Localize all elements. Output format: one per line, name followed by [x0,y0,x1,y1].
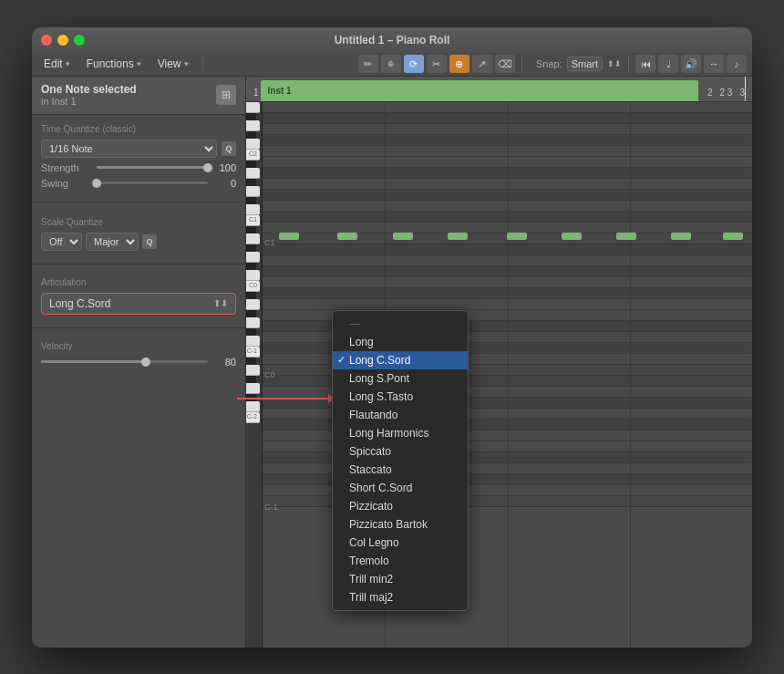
note-clip-9[interactable] [723,233,743,240]
key-cm2[interactable]: C-2 [246,412,260,423]
menu-edit[interactable]: Edit ▾ [37,56,77,72]
titlebar: Untitled 1 – Piano Roll [32,27,752,53]
key-black[interactable] [246,376,256,383]
toolbar-eraser[interactable]: ⌫ [495,55,515,73]
toolbar-connect[interactable]: ⊕ [449,55,469,73]
toolbar-loop[interactable]: ⟳ [404,55,424,73]
note-clip-7[interactable] [616,233,636,240]
articulation-select[interactable]: Long C.Sord ⬆⬇ [41,293,236,315]
key-white[interactable] [246,102,260,113]
toolbar-metronome[interactable]: ♩ [658,55,678,73]
snap-select[interactable]: Smart [567,57,603,71]
dropdown-item-staccato[interactable]: Staccato [333,461,468,479]
key-black[interactable] [246,310,256,317]
dropdown-item-trill-min2[interactable]: Trill min2 [333,570,468,588]
key-c0[interactable]: C0 [246,281,260,292]
key-black[interactable] [246,263,256,270]
dropdown-item-tremolo[interactable]: Tremolo [333,552,468,570]
toolbar-divider-1 [202,57,203,71]
key-white[interactable] [246,204,260,215]
scale-off-select[interactable]: Off [41,233,82,251]
key-black[interactable] [246,161,256,168]
menu-functions[interactable]: Functions ▾ [80,56,148,72]
menu-view[interactable]: View ▾ [151,56,195,72]
toolbar-select[interactable]: ↗ [472,55,492,73]
key-white[interactable] [246,299,260,310]
note-clip-2[interactable] [337,233,357,240]
articulation-arrow-icon: ⬆⬇ [213,298,228,308]
key-black[interactable] [246,226,256,233]
dropdown-item-long[interactable]: Long [333,333,468,351]
key-c1[interactable]: C1 [246,215,260,226]
arrow-indicator [237,394,335,403]
note-clip-4[interactable] [448,233,468,240]
key-white[interactable] [246,120,260,131]
toolbar-pencil[interactable]: ✏ [358,55,378,73]
toolbar-tuning[interactable]: ♪ [727,55,747,73]
strength-value: 100 [213,162,236,173]
key-black[interactable] [246,244,256,252]
dropdown-item-spiccato[interactable]: Spiccato [333,442,468,461]
strength-slider[interactable] [97,166,208,169]
note-clip-5[interactable] [507,233,527,240]
key-black[interactable] [246,292,256,299]
scale-major-select[interactable]: Major [86,233,139,251]
dropdown-item-flautando[interactable]: Flautando [333,406,468,424]
q-button[interactable]: Q [222,141,236,156]
ruler-header: 1 Inst 1 2 2 3 3 [246,77,752,102]
note-clip-1[interactable] [279,233,299,240]
note-info-icon[interactable]: ⊞ [216,85,236,105]
toolbar-arrow-lr[interactable]: ↔ [704,55,724,73]
toolbar-trim[interactable]: ✂ [427,55,447,73]
key-white[interactable] [246,365,260,376]
piano-roll-area: 1 Inst 1 2 2 3 3 [246,77,752,648]
key-black[interactable] [246,179,256,186]
key-white[interactable] [246,270,260,281]
dropdown-item-long-spont[interactable]: Long S.Pont [333,369,468,388]
minimize-button[interactable] [57,35,68,46]
key-white[interactable] [246,186,260,197]
key-white[interactable] [246,168,260,179]
velocity-slider[interactable] [41,360,208,363]
key-black[interactable] [246,197,256,204]
note-clip-6[interactable] [562,233,582,240]
dropdown-item-pizzicato[interactable]: Pizzicato [333,497,468,515]
key-white[interactable] [246,139,260,150]
key-white[interactable] [246,336,260,347]
key-c2[interactable]: C2 [246,150,260,161]
key-white[interactable] [246,383,260,394]
note-value-select[interactable]: 1/16 Note [41,140,217,158]
dropdown-item-long-csord[interactable]: Long C.Sord [333,351,468,369]
close-button[interactable] [41,35,52,46]
key-black[interactable] [246,328,256,336]
dropdown-item-pizzicato-bartok[interactable]: Pizzicato Bartok [333,515,468,534]
dropdown-item-long-stasto[interactable]: Long S.Tasto [333,388,468,406]
toolbar-divider-3 [628,57,629,71]
key-black[interactable] [246,358,256,365]
note-clip-8[interactable] [671,233,691,240]
articulation-label: Articulation [41,277,236,287]
scale-q-button[interactable]: Q [142,234,157,249]
key-black[interactable] [246,131,256,139]
key-white[interactable] [246,252,260,263]
key-cm1[interactable]: C-1 [246,347,260,358]
maximize-button[interactable] [74,35,85,46]
key-white[interactable] [246,317,260,328]
toolbar-volume[interactable]: 🔊 [681,55,701,73]
dropdown-item-short-csord[interactable]: Short C.Sord [333,479,468,497]
divider-2 [32,264,245,264]
scale-quantize-label: Scale Quantize [41,217,236,227]
toolbar-midi[interactable]: ⊕ [381,55,401,73]
key-black[interactable] [246,113,256,120]
toolbar-rewind[interactable]: ⏮ [635,55,655,73]
roll-body: C2 C1 C0 [246,102,752,648]
swing-slider[interactable] [97,181,208,184]
swing-row: Swing 0 [41,178,236,189]
note-clip-3[interactable] [393,233,413,240]
dropdown-item-long-harmonics[interactable]: Long Harmonics [333,424,468,442]
left-panel: One Note selected in Inst 1 ⊞ Time Quant… [32,77,246,648]
dropdown-item-trill-maj2[interactable]: Trill maj2 [333,588,468,607]
dropdown-item-col-legno[interactable]: Col Legno [333,534,468,552]
time-quantize-section: Time Quantize (classic) 1/16 Note Q Stre… [32,115,245,196]
key-white[interactable] [246,233,260,244]
